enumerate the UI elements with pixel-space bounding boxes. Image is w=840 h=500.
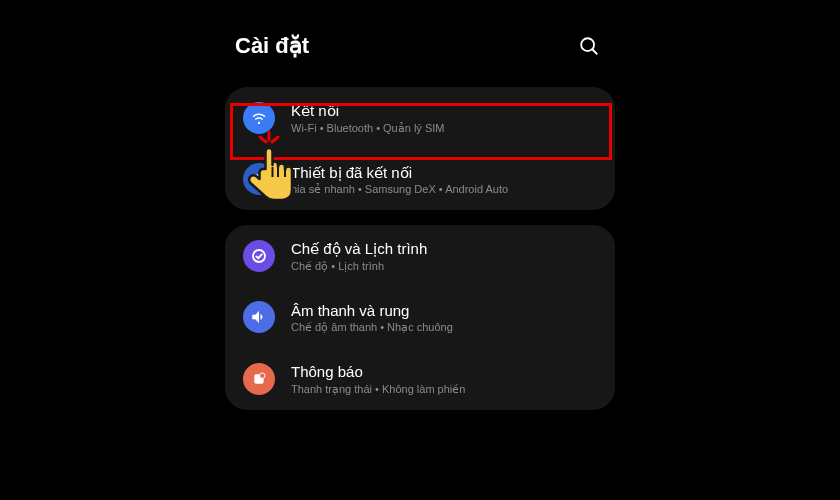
routines-icon: [243, 240, 275, 272]
page-title: Cài đặt: [235, 33, 309, 59]
search-button[interactable]: [573, 30, 605, 62]
item-text: Thiết bị đã kết nối hia sẻ nhanh • Samsu…: [291, 163, 597, 197]
item-text: Chế độ và Lịch trình Chế độ • Lịch trình: [291, 239, 597, 273]
settings-item-sounds[interactable]: Âm thanh và rung Chế độ âm thanh • Nhạc …: [225, 287, 615, 349]
settings-item-connections[interactable]: Kết nối Wi-Fi • Bluetooth • Quản lý SIM: [225, 87, 615, 149]
item-title: Kết nối: [291, 101, 597, 121]
search-icon: [578, 35, 600, 57]
settings-item-modes-routines[interactable]: Chế độ và Lịch trình Chế độ • Lịch trình: [225, 225, 615, 287]
item-subtitle: hia sẻ nhanh • Samsung DeX • Android Aut…: [291, 183, 597, 196]
settings-header: Cài đặt: [225, 0, 615, 87]
svg-point-0: [581, 38, 594, 51]
item-text: Thông báo Thanh trạng thái • Không làm p…: [291, 362, 597, 396]
item-title: Thiết bị đã kết nối: [291, 163, 597, 183]
wifi-icon: [243, 102, 275, 134]
item-text: Âm thanh và rung Chế độ âm thanh • Nhạc …: [291, 301, 597, 335]
notification-icon: [243, 363, 275, 395]
settings-section-1: Kết nối Wi-Fi • Bluetooth • Quản lý SIM …: [225, 87, 615, 210]
svg-rect-3: [261, 177, 266, 185]
item-title: Âm thanh và rung: [291, 301, 597, 321]
svg-point-4: [253, 250, 265, 262]
settings-item-connected-devices[interactable]: Thiết bị đã kết nối hia sẻ nhanh • Samsu…: [225, 149, 615, 211]
settings-item-notifications[interactable]: Thông báo Thanh trạng thái • Không làm p…: [225, 348, 615, 410]
item-title: Thông báo: [291, 362, 597, 382]
sound-icon: [243, 301, 275, 333]
item-subtitle: Chế độ • Lịch trình: [291, 260, 597, 273]
item-title: Chế độ và Lịch trình: [291, 239, 597, 259]
devices-icon: [243, 163, 275, 195]
svg-line-1: [592, 49, 597, 54]
item-subtitle: Wi-Fi • Bluetooth • Quản lý SIM: [291, 122, 597, 135]
item-subtitle: Chế độ âm thanh • Nhạc chuông: [291, 321, 597, 334]
settings-section-2: Chế độ và Lịch trình Chế độ • Lịch trình…: [225, 225, 615, 410]
item-subtitle: Thanh trạng thái • Không làm phiền: [291, 383, 597, 396]
svg-point-6: [260, 373, 265, 378]
item-text: Kết nối Wi-Fi • Bluetooth • Quản lý SIM: [291, 101, 597, 135]
